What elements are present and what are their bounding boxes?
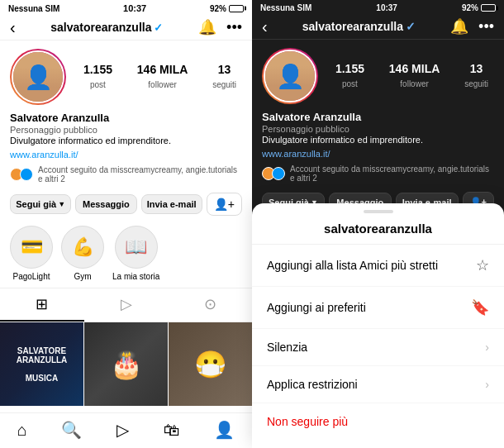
- stat-posts-num: 1.155: [83, 63, 112, 76]
- carrier-right: Nessuna SIM: [260, 3, 311, 12]
- stat-posts: 1.155 post: [83, 63, 112, 91]
- sheet-item-mute[interactable]: Silenzia ›: [252, 329, 504, 366]
- highlight-circle-3: 📖: [115, 226, 158, 269]
- profile-name-left: Salvatore Aranzulla: [10, 112, 242, 124]
- stat-followers-num: 146 MILA: [137, 63, 188, 76]
- grid-item-1[interactable]: SALVATOREARANZULLAMUSICA: [0, 322, 83, 406]
- profile-section-right: 👤 1.155 post 146 MILA follower 13 seguit…: [252, 40, 504, 192]
- time-right: 10:37: [376, 3, 397, 12]
- stat-posts-right: 1.155 post: [335, 62, 364, 90]
- time-left: 10:37: [123, 3, 146, 13]
- nav-home[interactable]: ⌂: [17, 421, 27, 440]
- nav-header-left: ‹ salvatorearanzulla ✓ 🔔 •••: [0, 15, 252, 41]
- followed-text-right: Account seguito da misscreamycreamy, ang…: [290, 164, 494, 183]
- avatar-right: 👤: [265, 51, 315, 101]
- more-icon-right[interactable]: •••: [478, 18, 494, 36]
- followed-text: Account seguito da misscreamycreamy, ang…: [38, 165, 242, 183]
- sheet-item-mute-label: Silenzia: [267, 341, 307, 354]
- avatar-inner-right: 👤: [264, 50, 316, 102]
- bell-icon-right[interactable]: 🔔: [450, 17, 468, 36]
- sheet-item-favorites-label: Aggiungi ai preferiti: [267, 301, 366, 314]
- more-icon[interactable]: •••: [226, 19, 242, 36]
- stat-following-label: seguiti: [212, 80, 236, 89]
- photo-grid: SALVATOREARANZULLAMUSICA 🎂 😷: [0, 322, 252, 412]
- email-button[interactable]: Invia e-mail: [141, 194, 202, 214]
- tab-grid[interactable]: ⊞: [0, 288, 84, 322]
- battery-left: 92%: [210, 4, 244, 13]
- avatar-wrap-right[interactable]: 👤: [262, 48, 318, 104]
- tab-reels[interactable]: ▷: [84, 288, 169, 322]
- battery-icon-left: [229, 5, 244, 12]
- nav-reels[interactable]: ▷: [116, 420, 129, 440]
- sheet-item-favorites[interactable]: Aggiungi ai preferiti 🔖: [252, 287, 504, 329]
- sheet-item-unfollow[interactable]: Non seguire più: [252, 403, 504, 440]
- sheet-item-restrict-arrow: ›: [485, 378, 489, 391]
- profile-stats: 1.155 post 146 MILA follower 13 seguiti: [78, 63, 242, 91]
- stat-following: 13 seguiti: [212, 63, 236, 91]
- tab-tagged[interactable]: ⊙: [168, 288, 252, 322]
- stat-followers-label: follower: [148, 80, 176, 89]
- highlight-label-1: PagoLight: [12, 272, 50, 281]
- stat-following-right: 13 seguiti: [464, 62, 488, 90]
- nav-icons-right: 🔔 •••: [450, 17, 494, 36]
- profile-category-left: Personaggio pubblico: [10, 125, 242, 135]
- back-button-left[interactable]: ‹: [10, 19, 16, 36]
- sheet-item-close-friends-label: Aggiungi alla lista Amici più stretti: [267, 259, 438, 272]
- profile-name-right: Salvatore Aranzulla: [262, 111, 494, 123]
- highlight-label-3: La mia storia: [112, 272, 159, 281]
- grid-item-2[interactable]: 🎂: [84, 322, 168, 406]
- profile-top: 👤 1.155 post 146 MILA follower 13 seguit…: [10, 49, 242, 105]
- profile-category-right: Personaggio pubblico: [262, 124, 494, 134]
- nav-header-right: ‹ salvatorearanzulla ✓ 🔔 •••: [252, 14, 504, 40]
- avatar: 👤: [13, 52, 63, 102]
- follow-button[interactable]: Segui già ▼: [10, 194, 71, 214]
- nav-shop[interactable]: 🛍: [164, 421, 180, 440]
- avatar-inner: 👤: [12, 50, 64, 103]
- sheet-title: salvatorearanzulla: [252, 218, 504, 245]
- bottom-sheet: salvatorearanzulla Aggiungi alla lista A…: [252, 203, 504, 448]
- content-tabs: ⊞ ▷ ⊙: [0, 288, 252, 322]
- profile-section-left: 👤 1.155 post 146 MILA follower 13 seguit…: [0, 41, 252, 193]
- bookmark-icon: 🔖: [471, 298, 489, 317]
- nav-search[interactable]: 🔍: [61, 420, 82, 440]
- sheet-item-unfollow-label: Non seguire più: [267, 415, 348, 428]
- sheet-item-close-friends[interactable]: Aggiungi alla lista Amici più stretti ☆: [252, 245, 504, 287]
- battery-icon-right: [481, 4, 496, 12]
- follower-av-2: [20, 168, 33, 181]
- sheet-item-restrict[interactable]: Applica restrizioni ›: [252, 366, 504, 403]
- username-right: salvatorearanzulla ✓: [302, 20, 416, 33]
- followed-avatars-right: [262, 167, 285, 180]
- carrier-left: Nessuna SIM: [8, 4, 59, 13]
- nav-icons-left: 🔔 •••: [198, 18, 242, 36]
- nav-profile[interactable]: 👤: [214, 420, 235, 440]
- bell-icon[interactable]: 🔔: [198, 18, 216, 36]
- profile-top-right: 👤 1.155 post 146 MILA follower 13 seguit…: [262, 48, 494, 104]
- highlight-storia[interactable]: 📖 La mia storia: [112, 226, 159, 281]
- back-button-right[interactable]: ‹: [262, 18, 268, 35]
- highlight-pagolight[interactable]: 💳 PagoLight: [10, 226, 53, 281]
- status-bar-left: Nessuna SIM 10:37 92%: [0, 0, 252, 15]
- star-icon: ☆: [476, 256, 489, 274]
- left-panel: Nessuna SIM 10:37 92% ‹ salvatorearanzul…: [0, 0, 252, 448]
- right-panel: Nessuna SIM 10:37 92% ‹ salvatorearanzul…: [252, 0, 504, 448]
- stat-followers-right: 146 MILA follower: [389, 62, 440, 90]
- right-panel-top: Nessuna SIM 10:37 92% ‹ salvatorearanzul…: [252, 0, 504, 217]
- sheet-handle: [364, 210, 393, 213]
- grid-item-3[interactable]: 😷: [169, 322, 252, 406]
- avatar-wrap[interactable]: 👤: [10, 49, 66, 105]
- highlight-gym[interactable]: 💪 Gym: [61, 226, 104, 281]
- highlight-circle-1: 💳: [10, 226, 53, 269]
- sheet-item-mute-arrow: ›: [485, 341, 489, 354]
- profile-link-right[interactable]: www.aranzulla.it/: [262, 149, 330, 159]
- highlight-circle-2: 💪: [61, 226, 104, 269]
- followed-by-right: Account seguito da misscreamycreamy, ang…: [262, 164, 494, 183]
- add-friend-button[interactable]: 👤+: [207, 193, 242, 216]
- verified-badge-left: ✓: [154, 21, 163, 34]
- bottom-nav-left: ⌂ 🔍 ▷ 🛍 👤: [0, 412, 252, 448]
- message-button[interactable]: Messaggio: [75, 194, 136, 214]
- follower-av-right-2: [272, 167, 285, 180]
- verified-badge-right: ✓: [406, 20, 416, 33]
- sheet-item-restrict-label: Applica restrizioni: [267, 378, 358, 391]
- stat-following-num: 13: [212, 63, 236, 76]
- profile-link-left[interactable]: www.aranzulla.it/: [10, 150, 78, 160]
